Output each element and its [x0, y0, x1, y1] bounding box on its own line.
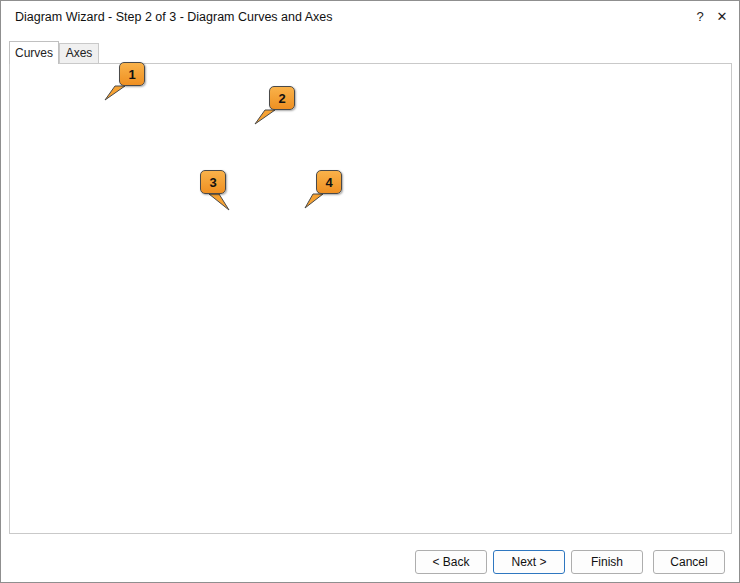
diagram-wizard-dialog: Diagram Wizard - Step 2 of 3 - Diagram C… [0, 0, 740, 583]
back-button[interactable]: < Back [415, 550, 487, 574]
callout-1-pointer [103, 84, 127, 102]
callout-3: 3 [200, 170, 226, 194]
callout-4-pointer [301, 192, 325, 210]
callout-1: 1 [119, 62, 145, 86]
callout-2: 2 [269, 86, 295, 110]
window-title: Diagram Wizard - Step 2 of 3 - Diagram C… [15, 10, 332, 24]
tab-axes[interactable]: Axes [59, 43, 99, 63]
close-icon[interactable]: ✕ [709, 5, 735, 29]
callout-4: 4 [316, 170, 342, 194]
callout-2-pointer [253, 108, 277, 126]
title-bar: Diagram Wizard - Step 2 of 3 - Diagram C… [1, 1, 739, 33]
finish-button[interactable]: Finish [571, 550, 643, 574]
callout-3-pointer [207, 192, 231, 212]
cancel-button[interactable]: Cancel [653, 550, 725, 574]
tab-curves[interactable]: Curves [9, 41, 59, 64]
tab-pane [9, 63, 732, 534]
next-button[interactable]: Next > [493, 550, 565, 574]
